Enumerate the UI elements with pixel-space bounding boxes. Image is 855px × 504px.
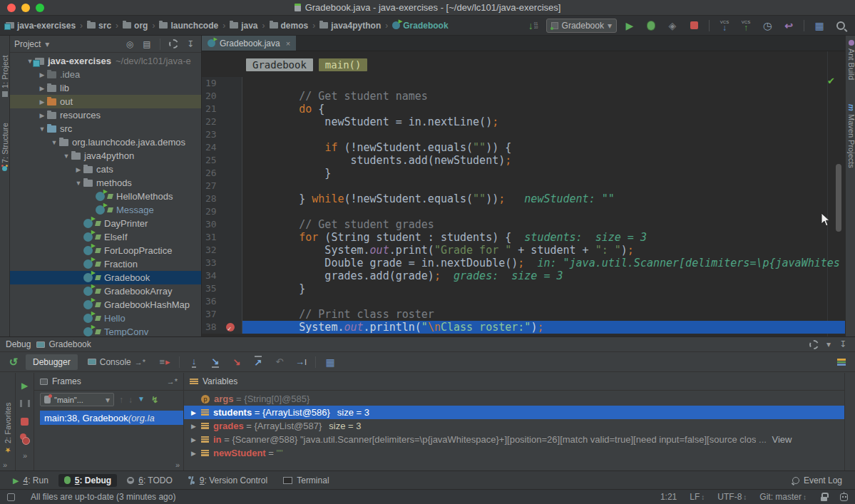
code-line-29[interactable]: 29 bbox=[202, 205, 845, 218]
tree-item-gradebook[interactable]: Gradebook bbox=[10, 271, 201, 284]
gutter[interactable]: 20 bbox=[202, 90, 242, 103]
hide-panel-icon[interactable] bbox=[836, 338, 849, 351]
expand-arrow-icon[interactable]: ▶ bbox=[37, 112, 47, 119]
breadcrumb-item[interactable]: java bbox=[230, 21, 257, 31]
highlighting-level-icon[interactable] bbox=[840, 493, 848, 501]
stop-icon[interactable] bbox=[685, 18, 702, 34]
tree-item-message[interactable]: Message bbox=[10, 203, 201, 217]
previous-frame-icon[interactable]: ↑ bbox=[119, 395, 123, 405]
tree-item-gradebookarray[interactable]: GradebookArray bbox=[10, 284, 201, 298]
chevron-down-icon[interactable] bbox=[45, 39, 49, 49]
next-frame-icon[interactable]: ↓ bbox=[128, 395, 133, 405]
sidebar-item-maven-projects[interactable]: mMaven Projects bbox=[846, 104, 855, 190]
rollback-icon[interactable] bbox=[780, 18, 797, 34]
view-breakpoints-icon[interactable] bbox=[19, 433, 31, 445]
tree-item-hello[interactable]: Hello bbox=[10, 312, 201, 325]
filter-icon[interactable] bbox=[138, 396, 146, 404]
pin-icon[interactable]: →* bbox=[167, 377, 178, 386]
toolwindow-button-version-control[interactable]: 9: Version Control bbox=[183, 474, 273, 487]
code-line-38[interactable]: 38 System.out.println("\nClass roster:")… bbox=[202, 321, 845, 334]
gutter[interactable]: 34 bbox=[202, 269, 242, 282]
line-ending-selector[interactable]: LF bbox=[690, 492, 705, 502]
vcs-update-icon[interactable] bbox=[525, 18, 542, 34]
code-line-36[interactable]: 36 bbox=[202, 295, 845, 308]
gutter[interactable]: 19 bbox=[202, 77, 242, 90]
editor-scrollbar[interactable] bbox=[836, 164, 841, 232]
sidebar-item-favorites[interactable]: ★2: Favorites bbox=[3, 377, 13, 454]
expand-arrow-icon[interactable]: ▼ bbox=[37, 125, 47, 133]
step-out-icon[interactable] bbox=[249, 354, 267, 370]
drop-frame-icon[interactable] bbox=[270, 354, 289, 370]
toolwindow-button-terminal[interactable]: Terminal bbox=[277, 474, 334, 487]
toolwindow-button-run[interactable]: 4: Run bbox=[7, 474, 54, 487]
breadcrumb-item[interactable]: src bbox=[87, 21, 111, 31]
frame-item-selected[interactable]: main:38, Gradebook (org.la bbox=[40, 411, 183, 425]
gutter[interactable]: 27 bbox=[202, 180, 242, 192]
breadcrumb-item[interactable]: java4python bbox=[319, 21, 381, 31]
gutter[interactable]: 26 bbox=[202, 167, 242, 180]
run-to-cursor-icon[interactable] bbox=[292, 354, 310, 370]
thread-selector[interactable]: "main"... bbox=[40, 393, 114, 406]
view-link[interactable]: View bbox=[772, 434, 792, 445]
vcs-checkout-icon[interactable]: VCS↓ bbox=[716, 20, 733, 31]
expand-arrow-icon[interactable]: ▼ bbox=[73, 180, 83, 187]
rerun-icon[interactable] bbox=[4, 354, 23, 370]
gutter[interactable]: 35 bbox=[202, 282, 242, 295]
tree-item-resources[interactable]: ▶resources bbox=[10, 108, 201, 122]
breadcrumb-method-chip[interactable]: main() bbox=[319, 58, 368, 71]
code-line-28[interactable]: 28 } while(!newStudent.equals("")); newS… bbox=[202, 192, 845, 205]
breakpoint-icon[interactable] bbox=[226, 323, 235, 331]
code-line-24[interactable]: 24 if (!newStudent.equals("")) { bbox=[202, 141, 845, 154]
breadcrumb-class-chip[interactable]: Gradebook bbox=[246, 58, 313, 71]
breadcrumb-item[interactable]: demos bbox=[270, 21, 309, 31]
expand-arrow-icon[interactable]: ▶ bbox=[73, 166, 83, 173]
encoding-selector[interactable]: UTF-8 bbox=[717, 492, 747, 502]
tree-item-org-launchcode-java-demos[interactable]: ▼org.launchcode.java.demos bbox=[10, 135, 201, 149]
editor[interactable]: Gradebook.java × Gradebook main() 1920 /… bbox=[202, 36, 845, 336]
gutter[interactable]: 38 bbox=[202, 321, 242, 334]
variable-row-args[interactable]: pargs = {String[0]@585} bbox=[184, 392, 844, 406]
run-icon[interactable] bbox=[621, 18, 638, 34]
stop-icon[interactable] bbox=[19, 416, 31, 427]
tree-item-java4python[interactable]: ▼java4python bbox=[10, 149, 201, 163]
debug-session-tab[interactable]: Gradebook bbox=[36, 339, 91, 349]
tab-gradebook-java[interactable]: Gradebook.java × bbox=[202, 36, 296, 51]
expand-arrow-icon[interactable]: ▼ bbox=[49, 139, 59, 146]
code-line-27[interactable]: 27 bbox=[202, 180, 845, 192]
tree-item-forlooppractice[interactable]: ForLoopPractice bbox=[10, 244, 201, 257]
gutter[interactable]: 33 bbox=[202, 257, 242, 269]
step-into-icon[interactable] bbox=[206, 354, 225, 370]
code-line-25[interactable]: 25 students.add(newStudent); bbox=[202, 154, 845, 167]
code-area[interactable]: 1920 // Get student names21 do {22 newSt… bbox=[202, 51, 845, 336]
gutter[interactable]: 30 bbox=[202, 218, 242, 231]
gutter[interactable]: 24 bbox=[202, 141, 242, 154]
event-log-button[interactable]: Event Log bbox=[787, 474, 848, 487]
breadcrumb-item[interactable]: java-exercises bbox=[6, 21, 76, 31]
breadcrumb-item[interactable]: launchcode bbox=[159, 21, 218, 31]
tree-item--idea[interactable]: ▶.idea bbox=[10, 68, 201, 81]
gear-icon[interactable] bbox=[167, 38, 180, 51]
gutter[interactable]: 32 bbox=[202, 244, 242, 257]
code-line-26[interactable]: 26 } bbox=[202, 167, 845, 180]
tree-item-cats[interactable]: ▶cats bbox=[10, 163, 201, 176]
select-opened-file-icon[interactable] bbox=[123, 38, 136, 51]
gutter[interactable]: 28 bbox=[202, 192, 242, 205]
hide-panel-icon[interactable] bbox=[184, 38, 197, 51]
coverage-icon[interactable] bbox=[664, 18, 681, 34]
step-filter-icon[interactable]: ↯ bbox=[151, 395, 158, 405]
tab-console[interactable]: Console→* bbox=[81, 354, 153, 370]
toolwindow-button-debug[interactable]: 5: Debug bbox=[58, 474, 117, 487]
expand-arrow-icon[interactable]: ▶ bbox=[191, 450, 201, 457]
lock-icon[interactable] bbox=[821, 493, 827, 501]
tree-item-gradebookhashmap[interactable]: GradebookHashMap bbox=[10, 298, 201, 312]
code-line-22[interactable]: 22 newStudent = in.nextLine(); bbox=[202, 115, 845, 128]
code-line-30[interactable]: 30 // Get student grades bbox=[202, 218, 845, 231]
expand-arrow-icon[interactable]: ▶ bbox=[37, 98, 47, 106]
tree-item-elseif[interactable]: ElseIf bbox=[10, 230, 201, 244]
sidebar-item-project[interactable]: 1: Project bbox=[0, 41, 10, 97]
expand-arrow-icon[interactable]: ▶ bbox=[191, 409, 201, 416]
code-line-21[interactable]: 21 do { bbox=[202, 103, 845, 115]
collapse-all-icon[interactable] bbox=[140, 38, 153, 51]
sidebar-item-structure[interactable]: 7: Structure bbox=[0, 104, 10, 171]
breadcrumb-item[interactable]: Gradebook bbox=[392, 21, 448, 31]
